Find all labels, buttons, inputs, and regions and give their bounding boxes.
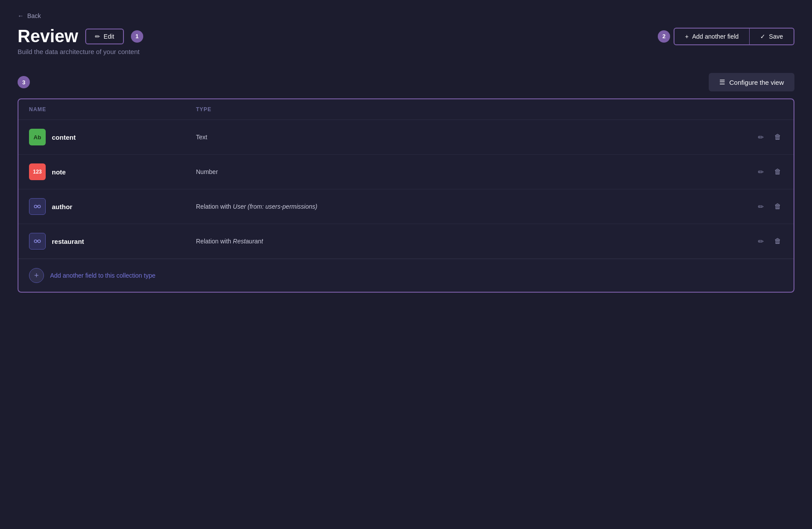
back-label: Back [27, 12, 41, 19]
subtitle: Build the data architecture of your cont… [18, 48, 794, 55]
field-name-cell: Ab content [29, 129, 196, 145]
field-name-cell: 123 note [29, 163, 196, 180]
table-row: Ab content Text ✏ 🗑 [18, 120, 794, 155]
edit-field-icon[interactable]: ✏ [756, 236, 765, 247]
row-actions: ✏ 🗑 [748, 201, 783, 213]
save-button[interactable]: ✓ Save [750, 29, 794, 44]
svg-point-2 [34, 240, 37, 243]
row-actions: ✏ 🗑 [748, 236, 783, 247]
field-name: content [52, 134, 76, 141]
add-field-bottom-label: Add another field to this collection typ… [50, 272, 156, 279]
field-type: Relation with Restaurant [196, 238, 748, 245]
delete-field-icon[interactable]: 🗑 [772, 201, 783, 212]
add-field-label: Add another field [692, 33, 739, 40]
header-left: Review ✏ Edit 1 [18, 26, 143, 46]
configure-view-button[interactable]: ☰ Configure the view [709, 73, 794, 91]
svg-point-1 [38, 205, 40, 208]
field-name: author [52, 203, 72, 210]
table-row: 123 note Number ✏ 🗑 [18, 155, 794, 189]
configure-row: 3 ☰ Configure the view [18, 73, 794, 91]
row-actions: ✏ 🗑 [748, 131, 783, 143]
add-field-bottom-row[interactable]: + Add another field to this collection t… [18, 259, 794, 292]
header-right: 2 + Add another field ✓ Save [658, 28, 794, 45]
delete-field-icon[interactable]: 🗑 [772, 166, 783, 178]
back-arrow-icon: ← [18, 12, 24, 19]
fields-table: NAME TYPE Ab content Text ✏ 🗑 123 note N… [18, 98, 794, 293]
back-link[interactable]: ← Back [18, 12, 41, 19]
col-name-header: NAME [29, 106, 196, 112]
field-icon-relation [29, 198, 46, 215]
field-name: restaurant [52, 238, 84, 245]
svg-point-3 [38, 240, 40, 243]
col-type-header: TYPE [196, 106, 748, 112]
field-icon-number: 123 [29, 163, 46, 180]
save-label: Save [769, 33, 783, 40]
field-icon-text: Ab [29, 129, 46, 145]
delete-field-icon[interactable]: 🗑 [772, 236, 783, 247]
check-icon: ✓ [760, 33, 765, 40]
edit-label: Edit [104, 33, 114, 40]
header-actions-group: + Add another field ✓ Save [674, 28, 794, 45]
field-name-cell: author [29, 198, 196, 215]
field-type: Relation with User (from: users-permissi… [196, 203, 748, 210]
field-icon-relation [29, 233, 46, 250]
add-field-plus-icon: + [29, 268, 44, 283]
field-name: note [52, 168, 66, 176]
plus-icon: + [685, 33, 689, 40]
lines-icon: ☰ [719, 78, 725, 86]
pencil-icon: ✏ [95, 33, 100, 40]
field-name-cell: restaurant [29, 233, 196, 250]
field-type: Number [196, 168, 748, 175]
step-1-badge: 1 [131, 30, 143, 43]
edit-field-icon[interactable]: ✏ [756, 166, 765, 178]
row-actions: ✏ 🗑 [748, 166, 783, 178]
step-3-badge: 3 [18, 76, 30, 88]
table-row: author Relation with User (from: users-p… [18, 189, 794, 224]
configure-view-label: Configure the view [729, 79, 784, 86]
page-wrapper: ← Back Review ✏ Edit 1 2 + Add another f… [0, 0, 812, 529]
table-header: NAME TYPE [18, 99, 794, 120]
edit-button[interactable]: ✏ Edit [85, 29, 124, 44]
header-row: Review ✏ Edit 1 2 + Add another field ✓ … [18, 26, 794, 46]
field-type: Text [196, 134, 748, 141]
edit-field-icon[interactable]: ✏ [756, 201, 765, 213]
table-row: restaurant Relation with Restaurant ✏ 🗑 [18, 224, 794, 259]
step-2-badge: 2 [658, 30, 670, 43]
add-another-field-button[interactable]: + Add another field [674, 29, 750, 44]
svg-point-0 [34, 205, 37, 208]
edit-field-icon[interactable]: ✏ [756, 131, 765, 143]
delete-field-icon[interactable]: 🗑 [772, 131, 783, 143]
page-title: Review [18, 26, 78, 46]
col-actions-header [748, 106, 783, 112]
